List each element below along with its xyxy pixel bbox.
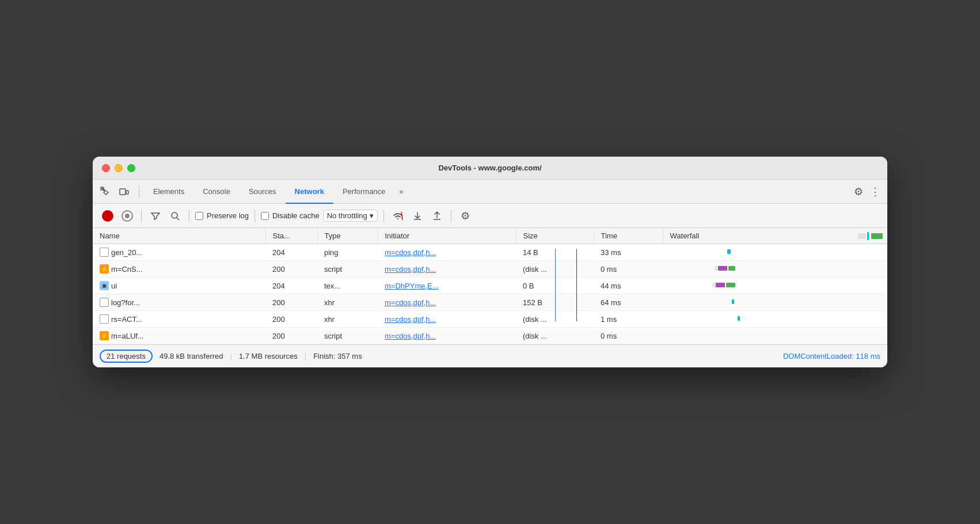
toolbar-divider-5 bbox=[451, 210, 451, 222]
table-row[interactable]: log?for... 200 xhr m=cdos,dpf,h... 152 B… bbox=[93, 294, 887, 311]
cell-type: script bbox=[317, 328, 378, 344]
preserve-log-checkbox[interactable] bbox=[195, 212, 203, 220]
record-icon bbox=[102, 210, 113, 222]
cell-status: 200 bbox=[265, 294, 317, 311]
col-header-size[interactable]: Size bbox=[516, 228, 594, 244]
cell-size: (disk ... bbox=[516, 311, 594, 328]
svg-rect-14 bbox=[712, 283, 716, 287]
cell-size: 152 B bbox=[516, 294, 594, 311]
close-button[interactable] bbox=[102, 164, 110, 172]
cell-waterfall bbox=[663, 328, 887, 344]
col-header-time[interactable]: Time bbox=[594, 228, 663, 244]
svg-rect-2 bbox=[126, 191, 128, 194]
table-row[interactable]: ⚡ m=CnS... 200 script m=cdos,dpf,h... (d… bbox=[93, 261, 887, 278]
network-toolbar: Preserve log Disable cache No throttling… bbox=[93, 204, 887, 228]
svg-rect-15 bbox=[732, 299, 734, 304]
cell-size: 0 B bbox=[516, 278, 594, 294]
cell-time: 0 ms bbox=[594, 328, 663, 344]
filter-button[interactable] bbox=[147, 208, 164, 224]
import-har-icon[interactable] bbox=[409, 208, 426, 224]
tab-network[interactable]: Network bbox=[286, 180, 333, 204]
toolbar-divider-3 bbox=[255, 210, 255, 222]
tab-divider bbox=[139, 185, 139, 198]
transferred-stat: 49.8 kB transferred bbox=[159, 352, 223, 360]
cell-type: ping bbox=[317, 244, 378, 261]
svg-rect-8 bbox=[727, 249, 731, 254]
search-button[interactable] bbox=[167, 208, 183, 224]
network-conditions-icon[interactable] bbox=[390, 208, 406, 224]
tab-sources[interactable]: Sources bbox=[240, 180, 286, 204]
device-toolbar-icon[interactable] bbox=[116, 184, 132, 200]
disable-cache-checkbox[interactable] bbox=[261, 212, 269, 220]
window-title: DevTools - www.google.com/ bbox=[438, 164, 541, 172]
status-bar: 21 requests 49.8 kB transferred | 1.7 MB… bbox=[93, 344, 887, 367]
network-table: Name Sta... Type Initiator Size Time Wat… bbox=[93, 228, 887, 344]
table-row[interactable]: ▣ ui 204 tex... m=DhPYme,E... 0 B 44 ms bbox=[93, 278, 887, 294]
table-header-row: Name Sta... Type Initiator Size Time Wat… bbox=[93, 228, 887, 244]
search-icon bbox=[170, 211, 180, 221]
cell-size: (disk ... bbox=[516, 328, 594, 344]
col-header-type[interactable]: Type bbox=[317, 228, 378, 244]
inspector-icon[interactable] bbox=[97, 184, 113, 200]
clear-button[interactable] bbox=[119, 208, 135, 224]
more-options-icon[interactable]: ⋮ bbox=[868, 185, 883, 198]
svg-rect-13 bbox=[726, 283, 735, 287]
cell-name: rs=ACT... bbox=[93, 311, 265, 328]
chevron-down-icon: ▾ bbox=[370, 211, 374, 220]
cell-type: tex... bbox=[317, 278, 378, 294]
col-header-status[interactable]: Sta... bbox=[265, 228, 317, 244]
cell-time: 44 ms bbox=[594, 278, 663, 294]
svg-rect-16 bbox=[738, 316, 740, 321]
settings-icon[interactable]: ⚙ bbox=[849, 185, 868, 198]
cell-status: 200 bbox=[265, 328, 317, 344]
col-header-waterfall[interactable]: Waterfall ▲ bbox=[663, 228, 887, 244]
cell-type: xhr bbox=[317, 294, 378, 311]
tab-elements[interactable]: Elements bbox=[144, 180, 193, 204]
cell-name: ▣ ui bbox=[93, 278, 265, 294]
cell-time: 33 ms bbox=[594, 244, 663, 261]
tab-more-button[interactable]: » bbox=[394, 187, 408, 196]
table-row[interactable]: rs=ACT... 200 xhr m=cdos,dpf,h... (disk … bbox=[93, 311, 887, 328]
network-table-wrapper: Name Sta... Type Initiator Size Time Wat… bbox=[93, 228, 887, 344]
svg-point-3 bbox=[172, 212, 177, 218]
cell-time: 0 ms bbox=[594, 261, 663, 278]
record-button[interactable] bbox=[100, 208, 116, 224]
tabs-bar: Elements Console Sources Network Perform… bbox=[93, 180, 887, 204]
svg-rect-11 bbox=[715, 266, 718, 271]
table-row[interactable]: ⚡ m=aLUf... 200 script m=cdos,dpf,h... (… bbox=[93, 328, 887, 344]
throttle-select[interactable]: No throttling ▾ bbox=[323, 210, 378, 222]
tab-console[interactable]: Console bbox=[193, 180, 240, 204]
traffic-lights bbox=[102, 164, 135, 172]
filter-icon bbox=[150, 211, 161, 221]
table-row[interactable]: gen_20... 204 ping m=cdos,dpf,h... 14 B … bbox=[93, 244, 887, 261]
cell-initiator: m=cdos,dpf,h... bbox=[378, 244, 516, 261]
col-header-initiator[interactable]: Initiator bbox=[378, 228, 516, 244]
toolbar-divider-1 bbox=[141, 210, 142, 222]
requests-count[interactable]: 21 requests bbox=[100, 350, 153, 363]
resources-stat: 1.7 MB resources bbox=[239, 352, 298, 360]
cell-waterfall bbox=[663, 278, 887, 294]
finish-stat: Finish: 357 ms bbox=[313, 352, 362, 360]
cell-initiator: m=cdos,dpf,h... bbox=[378, 294, 516, 311]
disable-cache-label[interactable]: Disable cache bbox=[261, 211, 320, 220]
cell-waterfall bbox=[663, 311, 887, 328]
clear-icon bbox=[121, 210, 133, 222]
dom-content-loaded: DOMContentLoaded: 118 ms bbox=[783, 352, 880, 360]
minimize-button[interactable] bbox=[115, 164, 123, 172]
preserve-log-label[interactable]: Preserve log bbox=[195, 211, 249, 220]
cell-waterfall bbox=[663, 294, 887, 311]
export-har-icon[interactable] bbox=[429, 208, 445, 224]
cell-name: log?for... bbox=[93, 294, 265, 311]
cell-type: script bbox=[317, 261, 378, 278]
svg-line-4 bbox=[177, 218, 179, 220]
cell-size: (disk ... bbox=[516, 261, 594, 278]
maximize-button[interactable] bbox=[127, 164, 135, 172]
svg-line-5 bbox=[401, 212, 402, 220]
cell-name: gen_20... bbox=[93, 244, 265, 261]
tab-performance[interactable]: Performance bbox=[333, 180, 394, 204]
cell-waterfall bbox=[663, 261, 887, 278]
cell-size: 14 B bbox=[516, 244, 594, 261]
network-settings-icon[interactable]: ⚙ bbox=[457, 208, 473, 224]
col-header-name[interactable]: Name bbox=[93, 228, 265, 244]
cell-type: xhr bbox=[317, 311, 378, 328]
